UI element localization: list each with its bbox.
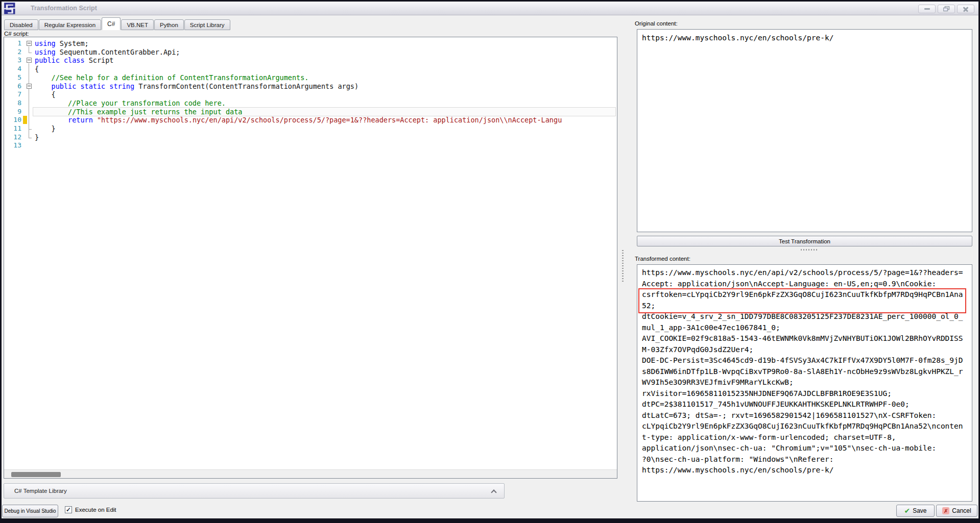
line-number: 8	[4, 99, 21, 108]
original-content-label: Original content:	[635, 20, 678, 27]
code-line[interactable]: public static string TransformContent(Co…	[35, 82, 617, 91]
line-number: 1	[4, 39, 21, 48]
template-library-bar[interactable]: C# Template Library	[4, 483, 505, 499]
line-number: 6	[4, 82, 21, 91]
code-line[interactable]: }	[35, 124, 617, 133]
code-line[interactable]	[35, 141, 617, 150]
save-button[interactable]: ✔ Save	[896, 505, 935, 517]
code-line[interactable]: using System;	[35, 39, 617, 48]
checkmark-icon: ✓	[66, 507, 71, 513]
window-title: Transformation Script	[31, 2, 97, 15]
code-line[interactable]: return "https://www.myschools.nyc/en/api…	[35, 116, 617, 124]
tab-disabled[interactable]: Disabled	[4, 19, 38, 30]
tab-script-library[interactable]: Script Library	[184, 19, 230, 30]
app-logo-icon	[3, 2, 18, 15]
transformed-text-before: https://www.myschools.nyc/en/api/v2/scho…	[642, 267, 972, 289]
fold-end-tick	[29, 129, 32, 130]
horizontal-splitter-grip[interactable]	[801, 249, 817, 251]
line-number: 9	[4, 108, 21, 116]
transformed-text-after: dtCookie=v_4_srv_2_sn_1DD797DBE8C0832051…	[642, 311, 972, 476]
fold-guide-line	[29, 89, 29, 130]
line-number: 11	[4, 124, 21, 133]
restore-icon	[943, 6, 950, 12]
close-icon	[963, 7, 969, 12]
tab-regular-expression[interactable]: Regular Expression	[39, 19, 101, 30]
tab-strip: DisabledRegular ExpressionC#VB.NETPython…	[4, 17, 231, 30]
fold-guide-line	[29, 46, 29, 53]
cancel-button-label: Cancel	[952, 507, 971, 514]
editor-scrollbar-thumb[interactable]	[11, 472, 61, 477]
code-editor[interactable]: 1using System;2using Sequentum.ContentGr…	[4, 37, 617, 479]
original-content-box[interactable]: https://www.myschools.nyc/en/schools/pre…	[637, 29, 972, 232]
tab-vb-net[interactable]: VB.NET	[121, 19, 154, 30]
minimize-icon	[924, 8, 930, 10]
transformed-content-box[interactable]: https://www.myschools.nyc/en/api/v2/scho…	[637, 264, 972, 502]
cancel-x-icon: ✗	[942, 507, 949, 514]
code-line[interactable]: {	[35, 90, 617, 99]
cancel-button[interactable]: ✗ Cancel	[936, 505, 977, 517]
code-line[interactable]: {	[35, 65, 617, 73]
line-number: 7	[4, 90, 21, 99]
save-check-icon: ✔	[904, 507, 910, 514]
line-number: 3	[4, 56, 21, 65]
fold-end-tick	[29, 53, 32, 53]
tab-python[interactable]: Python	[154, 19, 184, 30]
line-number: 12	[4, 133, 21, 142]
code-line[interactable]: using Sequentum.ContentGrabber.Api;	[35, 48, 617, 57]
restore-button[interactable]	[938, 5, 955, 13]
fold-collapse-icon[interactable]	[27, 41, 32, 46]
fold-collapse-icon[interactable]	[27, 84, 32, 89]
code-editor-canvas[interactable]: 1using System;2using Sequentum.ContentGr…	[4, 37, 617, 469]
line-number: 13	[4, 141, 21, 150]
modified-line-marker	[23, 116, 27, 124]
test-transformation-button[interactable]: Test Transformation	[637, 236, 972, 246]
template-library-label: C# Template Library	[14, 488, 67, 494]
line-number: 5	[4, 73, 21, 82]
transformation-script-dialog: Transformation Script DisabledRegular Ex…	[0, 0, 980, 523]
test-transformation-label: Test Transformation	[779, 238, 830, 244]
transformed-content-label: Transformed content:	[635, 256, 690, 262]
window-controls	[918, 5, 974, 13]
line-number: 10	[4, 116, 21, 124]
minimize-button[interactable]	[918, 5, 936, 13]
code-line[interactable]: public class Script	[35, 56, 617, 65]
code-line[interactable]: //See help for a definition of ContentTr…	[35, 73, 617, 82]
save-button-label: Save	[913, 507, 926, 514]
csharp-script-label: C# script:	[4, 31, 29, 37]
collapse-chevron-icon[interactable]	[491, 489, 496, 495]
tab-c-[interactable]: C#	[102, 17, 121, 30]
execute-on-edit-label: Execute on Edit	[75, 507, 116, 513]
line-number: 2	[4, 48, 21, 57]
debug-in-visual-studio-button[interactable]: Debug in Visual Studio	[2, 505, 58, 517]
titlebar[interactable]: Transformation Script	[2, 2, 978, 15]
execute-on-edit-checkbox[interactable]: ✓	[65, 506, 72, 513]
original-content-text: https://www.myschools.nyc/en/schools/pre…	[642, 33, 972, 44]
fold-collapse-icon[interactable]	[27, 58, 32, 63]
line-number: 4	[4, 65, 21, 73]
close-button[interactable]	[957, 5, 974, 13]
code-line[interactable]: //Place your transformation code here.	[35, 99, 617, 108]
code-line[interactable]: //This example just returns the input da…	[35, 108, 617, 116]
transformed-text-highlighted: csrftoken=cLYpqiCb2Y9rl9En6pkFzZX3GqO8Cu…	[642, 289, 972, 311]
code-line[interactable]: }	[35, 133, 617, 142]
vertical-splitter-grip[interactable]	[622, 250, 624, 282]
editor-horizontal-scrollbar[interactable]	[4, 469, 617, 478]
debug-button-label: Debug in Visual Studio	[5, 508, 56, 514]
execute-on-edit-row: ✓ Execute on Edit	[65, 506, 116, 513]
fold-end-tick	[29, 138, 32, 138]
